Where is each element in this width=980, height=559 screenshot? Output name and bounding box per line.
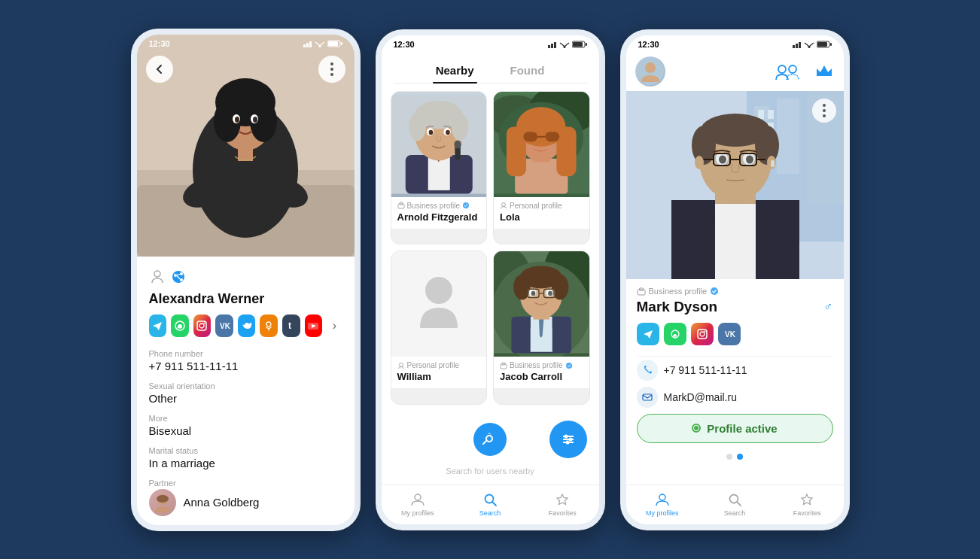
tumblr-icon[interactable]: t	[282, 314, 300, 337]
signal-icon-2	[548, 41, 557, 48]
more-button-1[interactable]	[318, 56, 345, 83]
telegram-icon-3[interactable]	[637, 323, 659, 345]
svg-point-22	[154, 271, 160, 277]
phone3-header	[626, 50, 844, 91]
telegram-icon[interactable]	[149, 314, 167, 337]
svg-rect-41	[551, 44, 553, 48]
svg-point-160	[711, 287, 718, 295]
nav-favorites-3[interactable]: Favorites	[771, 491, 843, 517]
instagram-logo	[196, 320, 208, 332]
nav-search-label-2: Search	[479, 509, 501, 517]
vk-icon[interactable]: VK	[215, 314, 233, 337]
svg-rect-42	[554, 42, 556, 48]
lola-illustration	[494, 92, 589, 197]
more-button-3[interactable]	[812, 99, 836, 123]
svg-point-64	[463, 202, 469, 208]
phone-screen-1: 12:30	[137, 35, 355, 525]
card-name-1: Lola	[500, 211, 583, 223]
contacts-icon-3[interactable]	[775, 60, 802, 83]
back-button[interactable]	[146, 56, 173, 83]
svg-rect-133	[758, 110, 764, 119]
svg-point-55	[451, 112, 467, 140]
verified-icon-mark	[710, 287, 719, 296]
twitter-logo	[241, 320, 253, 332]
svg-rect-0	[303, 44, 306, 47]
svg-rect-105	[502, 363, 505, 365]
svg-point-43	[563, 46, 565, 48]
dot-2	[248, 513, 266, 516]
svg-point-32	[204, 322, 205, 324]
tab-nearby[interactable]: Nearby	[433, 59, 477, 83]
nav-search-3[interactable]: Search	[698, 491, 771, 517]
more-social-icon[interactable]: ›	[327, 316, 342, 336]
tab-found[interactable]: Found	[507, 59, 548, 83]
nav-my-profiles-2[interactable]: My profiles	[382, 491, 454, 517]
partner-avatar	[149, 489, 176, 516]
vk-logo: VK	[218, 320, 230, 332]
phone-frame-3: 12:30	[620, 29, 850, 530]
svg-rect-40	[548, 45, 550, 48]
gender-icon-3: ♂	[824, 300, 833, 314]
whatsapp-icon[interactable]	[171, 314, 189, 337]
placeholder-person-icon	[416, 274, 461, 334]
svg-point-164	[704, 330, 705, 332]
crown-icon-3[interactable]	[814, 61, 835, 82]
phone-screen-3: 12:30	[626, 35, 844, 524]
phone-frame-1: 12:30	[131, 29, 361, 531]
nav-profiles-label-2: My profiles	[401, 509, 434, 517]
partner-avatar-img	[151, 491, 174, 514]
svg-rect-122	[817, 42, 827, 47]
telegram-logo-3	[642, 328, 654, 340]
card-image-placeholder	[391, 251, 487, 357]
instagram-icon-3[interactable]	[691, 323, 714, 345]
profile-content-1: Alexandra Werner VK	[137, 260, 355, 525]
vk-logo-3: VK	[723, 328, 735, 340]
marital-value: In a marriage	[149, 457, 342, 469]
nav-my-profiles-3[interactable]: My profiles	[626, 491, 698, 517]
youtube-icon[interactable]	[305, 314, 323, 337]
svg-rect-138	[715, 200, 756, 279]
svg-rect-150	[714, 153, 730, 166]
time-2: 12:30	[394, 40, 415, 49]
card-type-0: Business profile	[397, 202, 481, 210]
vk-icon-3[interactable]: VK	[718, 323, 741, 345]
profile-card-0[interactable]: Business profile Arnold Fitzgerald	[391, 91, 488, 245]
svg-rect-119	[799, 42, 801, 48]
profile-card-2[interactable]: Personal profile William	[391, 251, 488, 405]
svg-rect-117	[793, 45, 795, 48]
svg-point-120	[808, 46, 810, 48]
twitter-icon[interactable]	[238, 314, 256, 337]
svg-point-126	[778, 65, 786, 73]
profile-card-3[interactable]: Business profile Jacob Carroll	[493, 251, 590, 405]
more-label: More	[149, 414, 342, 423]
nav-profiles-label-3: My profiles	[646, 509, 679, 517]
card-type-label-1: Personal profile	[510, 202, 562, 210]
svg-rect-157	[771, 160, 775, 167]
svg-point-39	[157, 495, 169, 503]
business-icon-0	[397, 202, 405, 209]
card-info-1: Personal profile Lola	[494, 197, 589, 229]
profile-active-button[interactable]: Profile active	[637, 414, 833, 443]
card-type-2: Personal profile	[397, 361, 481, 369]
nav-favorites-2[interactable]: Favorites	[526, 491, 598, 517]
card-image-1	[494, 92, 589, 197]
nav-search-2[interactable]: Search	[454, 491, 526, 517]
email-contact-row: MarkD@mail.ru	[637, 387, 833, 408]
svg-point-59	[446, 129, 450, 135]
bottom-nav-2: My profiles Search Favorites	[382, 485, 599, 524]
instagram-icon[interactable]	[193, 314, 212, 337]
orientation-label: Sexual orientation	[149, 381, 342, 390]
profile-card-1[interactable]: Personal profile Lola	[493, 91, 590, 245]
search-nearby-button[interactable]	[473, 423, 507, 456]
svg-point-115	[485, 494, 493, 503]
phone-contact-value: +7 911 511-11-11	[664, 364, 747, 376]
business-tag-3: Business profile	[637, 287, 833, 296]
social-icons-row-1: VK t ›	[149, 314, 342, 337]
arnold-illustration	[391, 92, 487, 197]
ok-icon[interactable]	[260, 314, 278, 337]
nearby-header: Nearby Found	[382, 50, 599, 84]
active-dot-inner	[694, 426, 698, 430]
whatsapp-icon-3[interactable]	[664, 323, 686, 345]
filter-button[interactable]	[549, 421, 587, 458]
header-avatar-3[interactable]	[635, 56, 665, 87]
